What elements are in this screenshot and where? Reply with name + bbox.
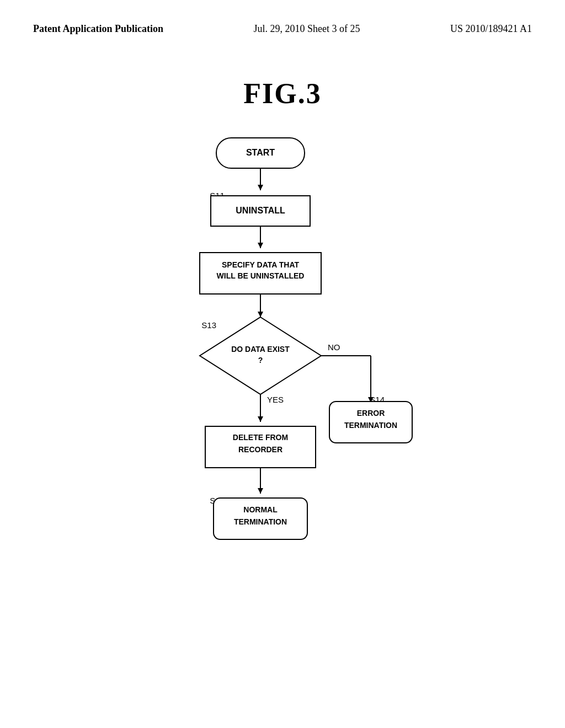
s15-text-1: DELETE FROM <box>233 433 288 442</box>
s13-text-2: ? <box>258 356 263 365</box>
patent-number-label: US 2010/189421 A1 <box>450 22 532 36</box>
flowchart-svg: START S11 UNINSTALL S12 SPECIFY DATA THA… <box>89 127 476 678</box>
start-label: START <box>246 148 275 157</box>
s16-text-2: TERMINATION <box>234 517 287 526</box>
s14-text-2: TERMINATION <box>344 421 397 430</box>
page-header: Patent Application Publication Jul. 29, … <box>0 22 565 36</box>
s12-text-1: SPECIFY DATA THAT <box>222 260 299 269</box>
arrowhead-1 <box>258 185 263 190</box>
s11-text: UNINSTALL <box>236 206 285 215</box>
no-label: NO <box>328 342 340 352</box>
arrowhead-5 <box>258 416 263 422</box>
flowchart-container: START S11 UNINSTALL S12 SPECIFY DATA THA… <box>0 127 565 728</box>
s13-label: S13 <box>201 320 216 330</box>
s16-text-1: NORMAL <box>243 505 278 514</box>
s15-text-2: RECORDER <box>238 445 282 454</box>
yes-label: YES <box>267 395 284 404</box>
date-sheet-label: Jul. 29, 2010 Sheet 3 of 25 <box>254 22 360 36</box>
s14-text-1: ERROR <box>357 409 385 417</box>
arrowhead-6 <box>258 488 263 494</box>
publication-label: Patent Application Publication <box>33 22 163 36</box>
arrowhead-2 <box>258 243 263 248</box>
figure-title: FIG.3 <box>0 77 565 110</box>
s12-text-2: WILL BE UNINSTALLED <box>217 271 305 280</box>
arrowhead-3 <box>258 312 263 317</box>
s13-text-1: DO DATA EXIST <box>231 345 290 354</box>
